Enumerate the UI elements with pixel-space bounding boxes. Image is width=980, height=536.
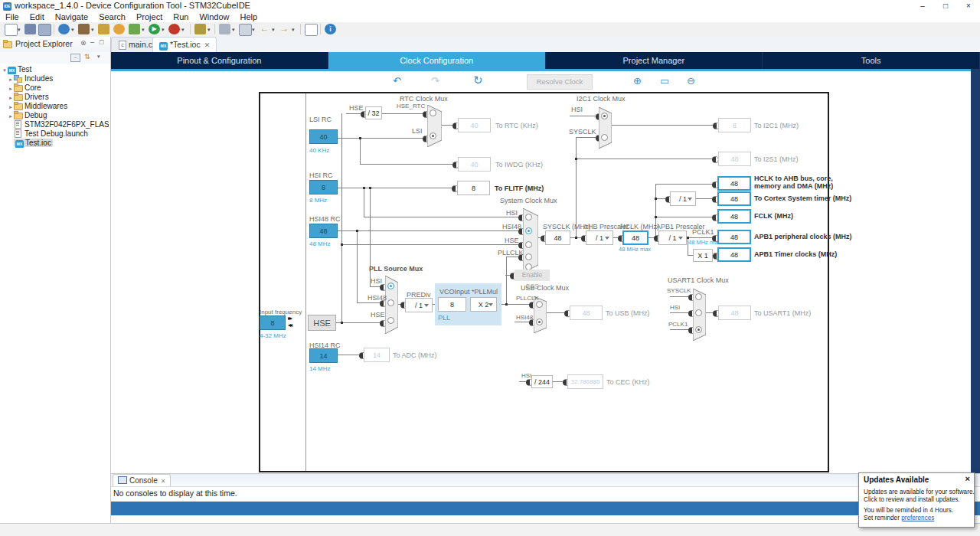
new-icon[interactable]: [5, 24, 18, 36]
tree-item-stm32f042f6px-flash-ld[interactable]: STM32F042F6PX_FLASH.ld: [2, 120, 109, 129]
maximize-view-icon[interactable]: □: [100, 38, 103, 46]
menu-navigate[interactable]: Navigate: [50, 12, 93, 22]
debug-caret[interactable]: ▾: [142, 27, 145, 33]
view-menu-icon[interactable]: ▾: [97, 54, 100, 60]
resolve-clock-issues-button[interactable]: Resolve Clock Issues: [527, 74, 593, 90]
i2c1-mux-hsi-radio[interactable]: [601, 113, 608, 119]
sys-mux-pllclk-radio[interactable]: [525, 253, 532, 260]
tree-item-debug[interactable]: ▸Debug: [2, 111, 109, 120]
next-annotation-caret[interactable]: ▾: [252, 27, 255, 33]
tree-item-middlewares[interactable]: ▸Middlewares: [2, 102, 109, 111]
apb1-timer-value[interactable]: 48: [717, 247, 751, 262]
i2c1-mux-sysclk-radio[interactable]: [601, 134, 608, 141]
pll-mux-hse-radio[interactable]: [387, 317, 394, 324]
console-tab[interactable]: Console✕: [113, 474, 171, 486]
sys-mux-hse-radio[interactable]: [525, 241, 532, 248]
forward-caret[interactable]: ▾: [292, 27, 295, 33]
tree-chevron-icon[interactable]: ▸: [8, 112, 14, 120]
tree-chevron-icon[interactable]: ▾: [2, 66, 8, 74]
profile-caret[interactable]: ▾: [181, 27, 185, 33]
cortex-prescaler-select[interactable]: / 1: [670, 191, 696, 206]
link-icon[interactable]: [194, 24, 206, 34]
tree-item-test-debug-launch[interactable]: Test Debug.launch: [2, 129, 109, 139]
usb-mux-hsi48-radio[interactable]: [536, 319, 543, 325]
minimize-button[interactable]: –: [911, 0, 934, 12]
usb-mux-pllclk-radio[interactable]: [536, 301, 543, 308]
build-icon[interactable]: [78, 24, 90, 34]
chart-icon[interactable]: [98, 24, 109, 34]
link-editor-icon[interactable]: ⇅: [84, 53, 90, 60]
collapse-all-icon[interactable]: –: [70, 54, 80, 62]
tab-project-manager[interactable]: Project Manager: [546, 52, 763, 69]
tab-tools[interactable]: Tools: [763, 52, 980, 69]
apb1-peripheral-value[interactable]: 48: [717, 230, 751, 244]
menu-file[interactable]: File: [0, 12, 24, 22]
usart1-mux-hsi-radio[interactable]: [695, 309, 702, 316]
apb1-prescaler-select[interactable]: / 1: [658, 230, 687, 245]
new-dropdown-caret[interactable]: ▾: [18, 27, 21, 33]
open-perspective-icon[interactable]: [305, 24, 318, 36]
run-caret[interactable]: ▾: [162, 27, 165, 33]
tree-chevron-icon[interactable]: ▸: [8, 84, 14, 93]
prediv-select[interactable]: / 1: [405, 298, 433, 312]
cortex-timer-value[interactable]: 48: [717, 191, 751, 206]
zoom-fit-icon[interactable]: ▭: [660, 75, 669, 87]
browse-caret[interactable]: ▾: [71, 27, 74, 33]
info-icon[interactable]: i: [325, 24, 336, 34]
back-icon[interactable]: ←: [259, 24, 270, 34]
maximize-button[interactable]: □: [934, 0, 957, 12]
preferences-link[interactable]: preferences: [901, 515, 934, 521]
menu-search[interactable]: Search: [93, 12, 131, 22]
menu-help[interactable]: Help: [235, 12, 263, 22]
run-icon[interactable]: ▶: [149, 24, 160, 34]
debug-icon[interactable]: [129, 24, 140, 34]
redo-icon[interactable]: ↷: [431, 75, 439, 87]
editor-vertical-scrollbar[interactable]: [971, 69, 980, 473]
ahb-prescaler-select[interactable]: / 1: [586, 230, 613, 245]
input-frequency-value[interactable]: 8: [260, 315, 286, 330]
annotations-icon[interactable]: [219, 24, 230, 34]
tree-item-core[interactable]: ▸Core: [2, 83, 109, 93]
close-button[interactable]: ×: [957, 0, 980, 12]
rtc-mux-hse-rtc-radio[interactable]: [430, 109, 436, 116]
enable-css-button[interactable]: Enable CSS: [514, 270, 550, 281]
tree-chevron-icon[interactable]: ▸: [8, 103, 14, 111]
undo-icon[interactable]: ↶: [393, 75, 401, 87]
tree-item-includes[interactable]: ▸Includes: [2, 74, 109, 83]
browse-icon[interactable]: [58, 24, 70, 34]
reset-icon[interactable]: ↻: [473, 74, 483, 87]
usart1-mux-sysclk-radio[interactable]: [695, 293, 702, 300]
tab-clock-configuration[interactable]: Clock Configuration: [328, 52, 546, 69]
updates-popup-close-icon[interactable]: ×: [965, 474, 970, 483]
tab-close-icon[interactable]: ✕: [204, 41, 211, 49]
menu-window[interactable]: Window: [194, 12, 234, 22]
save-all-icon[interactable]: [38, 24, 51, 36]
back-caret[interactable]: ▾: [272, 27, 275, 33]
forward-icon[interactable]: →: [279, 24, 290, 34]
editor-horizontal-scrollbar[interactable]: [111, 502, 980, 515]
save-icon[interactable]: [24, 24, 36, 34]
flame-icon[interactable]: [113, 24, 125, 34]
minimize-view-icon[interactable]: –: [90, 38, 94, 46]
pll-mux-hsi48-radio[interactable]: [387, 299, 394, 306]
sys-mux-hsi48-radio[interactable]: [525, 227, 532, 234]
menu-edit[interactable]: Edit: [24, 12, 50, 22]
zoom-out-icon[interactable]: ⊖: [687, 75, 695, 87]
usart1-mux-pclk1-radio[interactable]: [695, 326, 702, 333]
tab-pinout-configuration[interactable]: Pinout & Configuration: [111, 52, 328, 69]
build-caret[interactable]: ▾: [91, 27, 94, 33]
console-tab-close-icon[interactable]: ✕: [161, 478, 166, 485]
editor-tab--test-ioc[interactable]: MX*Test.ioc✕: [152, 37, 217, 52]
rtc-mux-lsi-radio[interactable]: [430, 132, 436, 139]
fclk-value[interactable]: 48: [717, 209, 751, 224]
hclk-value[interactable]: 48: [622, 230, 648, 245]
tree-item-drivers[interactable]: ▸Drivers: [2, 93, 109, 102]
pllmul-select[interactable]: X 2: [470, 297, 497, 312]
menu-run[interactable]: Run: [168, 12, 194, 22]
annotations-caret[interactable]: ▾: [232, 27, 235, 33]
pll-mux-hsi-radio[interactable]: [387, 283, 394, 289]
tree-chevron-icon[interactable]: ▸: [8, 93, 14, 102]
explorer-tab-close-icon[interactable]: ⊗: [80, 39, 87, 47]
next-annotation-icon[interactable]: [239, 24, 252, 36]
tree-item-test[interactable]: ▾MXTest: [2, 65, 109, 74]
